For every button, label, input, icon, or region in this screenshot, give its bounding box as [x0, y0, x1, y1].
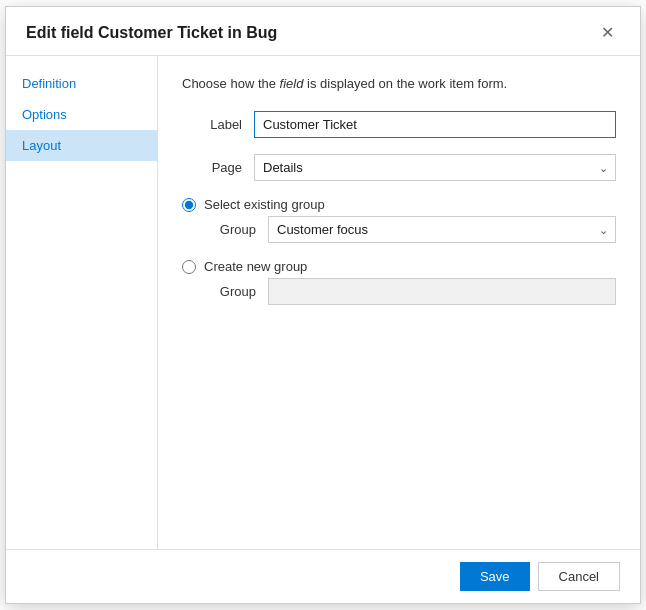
group-select[interactable]: Customer focus: [268, 216, 616, 243]
new-group-row: Group: [204, 278, 616, 305]
main-content: Choose how the field is displayed on the…: [158, 56, 640, 549]
group-field-label: Group: [204, 222, 256, 237]
dialog-header: Edit field Customer Ticket in Bug ✕: [6, 7, 640, 56]
create-new-group-label[interactable]: Create new group: [204, 259, 307, 274]
select-existing-group-label[interactable]: Select existing group: [204, 197, 325, 212]
create-new-group-section: Create new group Group: [182, 259, 616, 305]
create-new-group-radio[interactable]: [182, 260, 196, 274]
save-button[interactable]: Save: [460, 562, 530, 591]
select-existing-group-section: Select existing group Group Customer foc…: [182, 197, 616, 243]
sidebar: Definition Options Layout: [6, 56, 158, 549]
label-field-label: Label: [182, 117, 242, 132]
dialog-title: Edit field Customer Ticket in Bug: [26, 24, 277, 42]
new-group-field-label: Group: [204, 284, 256, 299]
page-row: Page Details ⌄: [182, 154, 616, 181]
page-field-label: Page: [182, 160, 242, 175]
close-button[interactable]: ✕: [595, 23, 620, 43]
existing-group-row: Group Customer focus ⌄: [204, 216, 616, 243]
select-existing-group-row: Select existing group: [182, 197, 616, 212]
page-select[interactable]: Details: [254, 154, 616, 181]
select-existing-group-radio[interactable]: [182, 198, 196, 212]
page-select-wrapper: Details ⌄: [254, 154, 616, 181]
new-group-control: [268, 278, 616, 305]
new-group-input: [268, 278, 616, 305]
sidebar-item-layout[interactable]: Layout: [6, 130, 157, 161]
label-field-control: [254, 111, 616, 138]
sidebar-item-definition[interactable]: Definition: [6, 68, 157, 99]
field-word: field: [280, 76, 304, 91]
group-select-wrapper: Customer focus ⌄: [268, 216, 616, 243]
cancel-button[interactable]: Cancel: [538, 562, 620, 591]
edit-field-dialog: Edit field Customer Ticket in Bug ✕ Defi…: [5, 6, 641, 604]
label-row: Label: [182, 111, 616, 138]
description-text: Choose how the field is displayed on the…: [182, 76, 616, 91]
dialog-body: Definition Options Layout Choose how the…: [6, 56, 640, 549]
label-input[interactable]: [254, 111, 616, 138]
create-new-group-row: Create new group: [182, 259, 616, 274]
sidebar-item-options[interactable]: Options: [6, 99, 157, 130]
dialog-footer: Save Cancel: [6, 549, 640, 603]
